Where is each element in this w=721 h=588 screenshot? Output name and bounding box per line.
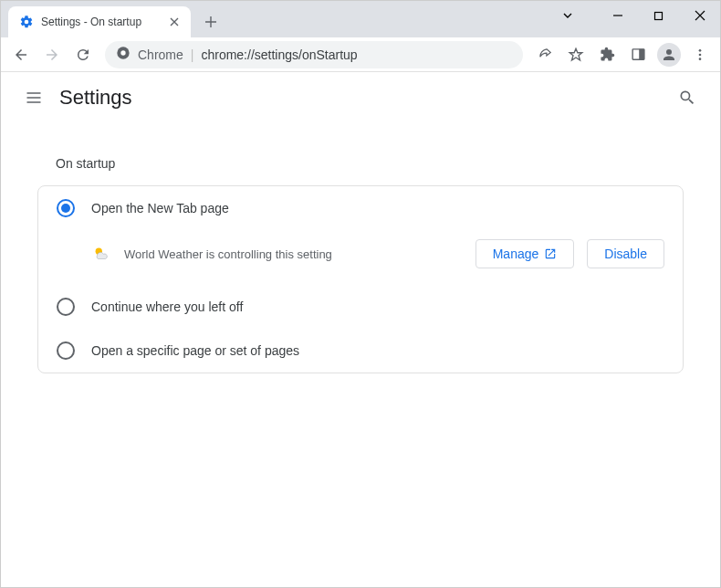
radio-specific[interactable] <box>57 341 75 360</box>
browser-tab[interactable]: Settings - On startup <box>8 6 191 37</box>
svg-point-6 <box>699 58 702 60</box>
browser-toolbar: Chrome | chrome://settings/onStartup <box>1 37 720 72</box>
bookmark-icon[interactable] <box>561 40 590 69</box>
gear-icon <box>19 15 34 29</box>
weather-extension-icon <box>91 244 111 264</box>
radio-continue[interactable] <box>57 298 75 316</box>
omnibox-url: chrome://settings/onStartup <box>201 47 357 62</box>
forward-button <box>37 40 67 69</box>
option-new-tab[interactable]: Open the New Tab page <box>38 186 683 230</box>
manage-button-label: Manage <box>493 247 539 261</box>
option-label: Continue where you left off <box>91 299 243 314</box>
radio-new-tab[interactable] <box>57 199 75 217</box>
window-maximize-button[interactable] <box>638 1 679 30</box>
side-panel-icon[interactable] <box>623 40 653 69</box>
section-title: On startup <box>56 156 684 171</box>
svg-rect-0 <box>655 12 663 19</box>
address-bar[interactable]: Chrome | chrome://settings/onStartup <box>105 41 523 68</box>
window-titlebar: Settings - On startup <box>1 1 720 37</box>
svg-point-5 <box>699 53 702 56</box>
menu-icon[interactable] <box>685 40 715 69</box>
settings-content: On startup Open the New Tab page World W… <box>1 123 720 392</box>
back-button[interactable] <box>6 40 36 69</box>
profile-button[interactable] <box>654 40 684 69</box>
reload-button[interactable] <box>68 40 98 69</box>
settings-header: Settings <box>1 72 720 123</box>
omnibox-prefix: Chrome <box>138 47 183 62</box>
page-title: Settings <box>59 86 132 110</box>
search-icon[interactable] <box>669 79 705 116</box>
manage-button[interactable]: Manage <box>475 239 575 268</box>
disable-button-label: Disable <box>604 247 647 261</box>
option-continue[interactable]: Continue where you left off <box>38 285 683 329</box>
window-dropdown-icon[interactable] <box>547 1 588 30</box>
extension-notice-row: World Weather is controlling this settin… <box>38 230 683 285</box>
tab-title: Settings - On startup <box>41 16 160 28</box>
new-tab-button[interactable] <box>198 9 224 35</box>
share-icon[interactable] <box>530 40 559 69</box>
window-close-button[interactable] <box>679 1 720 30</box>
close-tab-icon[interactable] <box>167 15 182 29</box>
extensions-icon[interactable] <box>592 40 622 69</box>
external-link-icon <box>544 247 557 260</box>
startup-card: Open the New Tab page World Weather is c… <box>37 185 684 373</box>
disable-button[interactable]: Disable <box>587 239 664 268</box>
hamburger-menu-icon[interactable] <box>16 79 52 116</box>
option-specific[interactable]: Open a specific page or set of pages <box>38 329 683 373</box>
option-label: Open a specific page or set of pages <box>91 343 299 358</box>
option-label: Open the New Tab page <box>91 201 229 215</box>
window-minimize-button[interactable] <box>597 1 638 30</box>
svg-point-2 <box>120 50 125 55</box>
omnibox-separator: | <box>191 47 194 62</box>
extension-notice-text: World Weather is controlling this settin… <box>124 247 463 261</box>
chrome-logo-icon <box>116 46 131 63</box>
svg-point-4 <box>699 49 702 52</box>
